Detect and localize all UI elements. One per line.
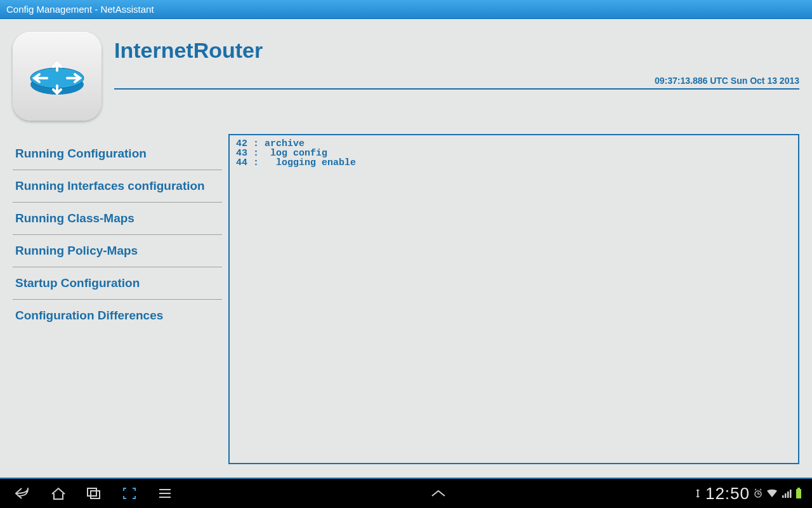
- android-navbar: 12:50: [0, 478, 812, 508]
- svg-rect-10: [796, 489, 801, 498]
- svg-rect-6: [782, 495, 784, 498]
- menu-running-interfaces[interactable]: Running Interfaces configuration: [13, 170, 222, 203]
- menu-startup-config[interactable]: Startup Configuration: [13, 267, 222, 300]
- menu-running-policymaps[interactable]: Running Policy-Maps: [13, 235, 222, 267]
- wifi-icon: [766, 489, 778, 498]
- menu-running-config[interactable]: Running Configuration: [13, 138, 222, 170]
- back-button[interactable]: [5, 478, 41, 508]
- timestamp: 09:37:13.886 UTC Sun Oct 13 2013: [114, 76, 799, 86]
- svg-rect-9: [790, 490, 792, 498]
- status-clock: 12:50: [705, 484, 750, 504]
- app-title: Config Management - NetAssistant: [6, 4, 154, 15]
- status-area[interactable]: 12:50: [694, 484, 807, 504]
- menu-running-classmaps[interactable]: Running Class-Maps: [13, 203, 222, 235]
- header-divider: [114, 88, 799, 90]
- alarm-icon: [754, 488, 763, 498]
- sync-icon: [694, 488, 702, 498]
- menu-config-diffs[interactable]: Configuration Differences: [13, 300, 222, 331]
- recents-button[interactable]: [76, 478, 112, 508]
- svg-rect-4: [91, 491, 100, 498]
- content: InternetRouter 09:37:13.886 UTC Sun Oct …: [0, 19, 812, 478]
- battery-icon: [796, 488, 802, 499]
- app-titlebar: Config Management - NetAssistant: [0, 0, 812, 19]
- menu: Running Configuration Running Interfaces…: [13, 134, 228, 464]
- device-icon: [13, 32, 102, 121]
- device-title: InternetRouter: [114, 38, 799, 63]
- menu-button[interactable]: [147, 478, 183, 508]
- expand-up-button[interactable]: [421, 478, 456, 508]
- svg-rect-3: [88, 488, 96, 496]
- svg-rect-8: [787, 491, 789, 498]
- screenshot-button[interactable]: [112, 478, 147, 508]
- svg-rect-11: [797, 488, 800, 490]
- output-box[interactable]: 42 : archive 43 : log config 44 : loggin…: [228, 134, 799, 464]
- signal-icon: [782, 489, 792, 498]
- output-text: 42 : archive 43 : log config 44 : loggin…: [236, 139, 792, 168]
- home-button[interactable]: [41, 478, 76, 508]
- svg-rect-7: [785, 493, 787, 498]
